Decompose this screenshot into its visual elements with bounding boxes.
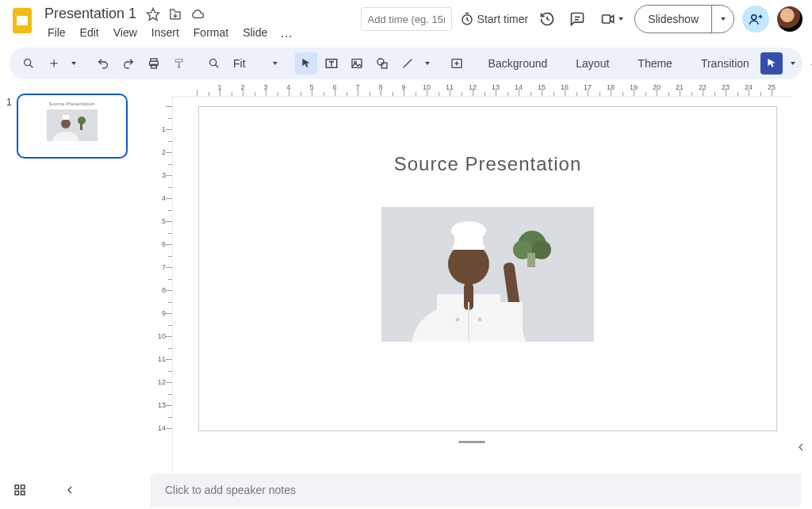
- menu-bar: File Edit View Insert Format Slide …: [41, 25, 297, 42]
- svg-rect-32: [80, 124, 82, 130]
- zoom-select[interactable]: Fit: [228, 57, 282, 70]
- slideshow-button-group: Slideshow: [634, 5, 734, 33]
- shape-tool[interactable]: [371, 52, 393, 75]
- move-icon[interactable]: [168, 7, 182, 21]
- svg-point-47: [456, 318, 460, 322]
- svg-point-38: [451, 221, 486, 240]
- menu-more[interactable]: …: [275, 25, 297, 42]
- notes-resize-handle[interactable]: [458, 441, 485, 443]
- svg-rect-19: [352, 59, 362, 68]
- svg-line-10: [30, 65, 33, 68]
- svg-rect-51: [21, 485, 25, 489]
- image-tool[interactable]: [346, 52, 368, 75]
- svg-point-31: [78, 117, 86, 124]
- slides-logo[interactable]: [10, 5, 35, 36]
- new-slide-dropdown[interactable]: [68, 52, 79, 75]
- textbox-tool[interactable]: [320, 52, 343, 75]
- canvas-area: 1234567891011121314151617181920212223242…: [151, 82, 793, 471]
- select-tool[interactable]: [295, 52, 317, 75]
- start-timer-label: Start timer: [477, 13, 529, 25]
- background-button[interactable]: Background: [481, 57, 556, 70]
- pointer-mode-dropdown[interactable]: [787, 52, 799, 75]
- svg-point-21: [377, 59, 384, 65]
- history-icon[interactable]: [536, 8, 558, 30]
- comments-icon[interactable]: [566, 8, 588, 30]
- time-input[interactable]: [361, 7, 452, 31]
- line-tool-dropdown[interactable]: [422, 52, 433, 75]
- redo-button[interactable]: [117, 52, 140, 75]
- theme-button[interactable]: Theme: [630, 57, 680, 70]
- svg-rect-1: [17, 16, 28, 25]
- svg-line-17: [216, 65, 219, 68]
- share-button[interactable]: [742, 6, 769, 33]
- svg-point-16: [210, 59, 216, 66]
- slideshow-button[interactable]: Slideshow: [635, 6, 711, 33]
- speaker-notes-row: Click to add speaker notes: [0, 471, 812, 509]
- svg-rect-53: [21, 492, 25, 496]
- menu-slide[interactable]: Slide: [236, 25, 274, 42]
- filmstrip[interactable]: 1 Source Presentation: [0, 82, 151, 471]
- svg-rect-7: [603, 15, 611, 23]
- svg-rect-50: [15, 485, 19, 489]
- expand-side-panel-icon[interactable]: [795, 441, 810, 457]
- thumb-title: Source Presentation: [25, 101, 120, 106]
- cloud-status-icon[interactable]: [190, 7, 205, 21]
- grid-view-button[interactable]: [13, 483, 27, 497]
- slide-title[interactable]: Source Presentation: [199, 153, 776, 175]
- collapse-toolbar-button[interactable]: [803, 52, 812, 75]
- line-tool[interactable]: [396, 52, 419, 75]
- explore-back-icon[interactable]: [59, 479, 81, 501]
- start-timer-button[interactable]: Start timer: [460, 12, 529, 26]
- new-slide-button[interactable]: [43, 52, 65, 75]
- pointer-mode-button[interactable]: [760, 52, 783, 75]
- undo-button[interactable]: [92, 52, 114, 75]
- transition-button[interactable]: Transition: [693, 57, 757, 70]
- search-menus-icon[interactable]: [17, 52, 40, 75]
- speaker-notes-input[interactable]: Click to add speaker notes: [151, 473, 801, 507]
- menu-view[interactable]: View: [107, 25, 144, 42]
- slide-thumbnail[interactable]: Source Presentation: [17, 94, 128, 159]
- svg-rect-46: [527, 253, 535, 267]
- comment-add-button[interactable]: [446, 52, 468, 75]
- menu-insert[interactable]: Insert: [145, 25, 186, 42]
- svg-rect-52: [15, 492, 19, 496]
- speaker-notes-placeholder: Click to add speaker notes: [165, 484, 296, 496]
- svg-point-8: [752, 15, 756, 20]
- svg-rect-39: [453, 245, 485, 250]
- thumb-image: [47, 109, 98, 141]
- svg-rect-30: [63, 115, 69, 120]
- chevron-down-icon: [721, 17, 726, 21]
- app-header: Presentation 1 File Edit View Insert For…: [0, 0, 812, 44]
- account-avatar[interactable]: [777, 6, 802, 32]
- slideshow-dropdown[interactable]: [711, 6, 733, 33]
- svg-point-9: [25, 59, 31, 66]
- chevron-down-icon: [619, 17, 623, 21]
- doc-title[interactable]: Presentation 1: [41, 5, 140, 23]
- zoom-button[interactable]: [203, 52, 225, 75]
- menu-file[interactable]: File: [41, 25, 72, 42]
- svg-rect-42: [500, 302, 523, 334]
- side-panel-rail: [793, 82, 812, 471]
- print-button[interactable]: [143, 52, 165, 75]
- star-icon[interactable]: [146, 7, 160, 21]
- meet-button[interactable]: [596, 10, 626, 29]
- slide-image[interactable]: [381, 207, 594, 342]
- work-area: 1 Source Presentation 123456789101112131…: [0, 82, 812, 471]
- slide-number: 1: [6, 94, 12, 465]
- layout-button[interactable]: Layout: [568, 57, 617, 70]
- svg-point-48: [478, 318, 482, 322]
- svg-marker-3: [147, 8, 159, 20]
- svg-rect-22: [381, 63, 387, 68]
- ruler-horizontal[interactable]: 1234567891011121314151617181920212223242…: [173, 82, 793, 97]
- slide-canvas[interactable]: Source Presentation: [198, 106, 777, 431]
- menu-format[interactable]: Format: [187, 25, 235, 42]
- ruler-vertical[interactable]: 1234567891011121314: [157, 97, 173, 471]
- menu-edit[interactable]: Edit: [74, 25, 105, 42]
- svg-point-29: [61, 119, 71, 128]
- svg-line-23: [403, 59, 412, 68]
- toolbar: Fit Background Layout Theme Transition: [10, 48, 802, 79]
- paint-format-button[interactable]: [168, 52, 190, 75]
